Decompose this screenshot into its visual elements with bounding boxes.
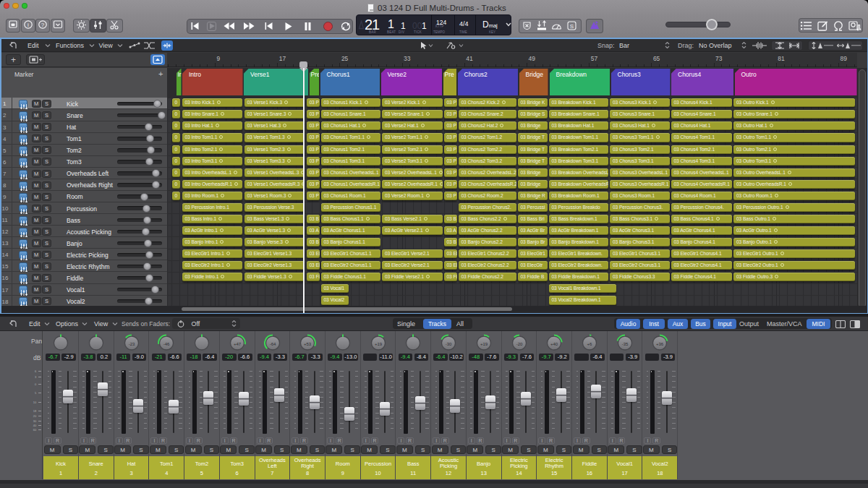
svg-text:-35: -35 (621, 341, 628, 346)
svg-text:?: ? (41, 22, 45, 28)
svg-text:-64: -64 (269, 341, 276, 346)
svg-text:+19: +19 (480, 341, 488, 346)
svg-text:-46: -46 (163, 341, 170, 346)
svg-text:i: i (27, 22, 29, 28)
svg-text:+40: +40 (550, 341, 558, 346)
svg-text:S: S (570, 23, 574, 30)
svg-text:+36: +36 (656, 341, 664, 346)
svg-text:+53: +53 (304, 341, 312, 346)
svg-text:+19: +19 (375, 341, 383, 346)
svg-text:+47: +47 (234, 341, 242, 346)
svg-text:+6: +6 (587, 341, 593, 346)
svg-text:-20: -20 (516, 341, 522, 346)
svg-text:-30: -30 (446, 341, 452, 346)
svg-text:-23: -23 (128, 341, 135, 346)
